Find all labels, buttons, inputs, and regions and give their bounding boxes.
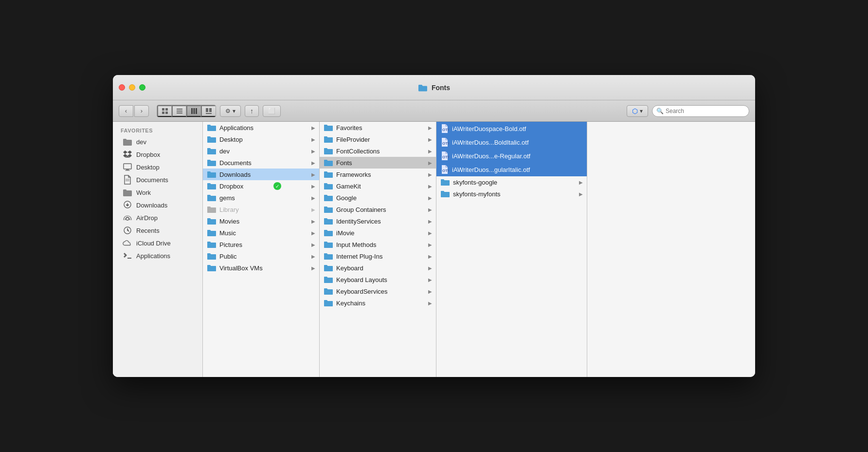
col1-item-label: Desktop <box>219 136 243 143</box>
chevron-icon: ▶ <box>579 180 583 185</box>
folder-icon <box>207 135 217 143</box>
col2-fileprovider[interactable]: FileProvider ▶ <box>320 133 436 145</box>
col2-imovie[interactable]: iMovie ▶ <box>320 227 436 239</box>
folder-icon <box>324 194 333 202</box>
col3-iawriter-bolditalic[interactable]: OTF iAWriterDuos...BoldItalic.otf <box>436 135 587 149</box>
col1-item-label: gems <box>219 194 235 202</box>
chevron-icon: ▶ <box>428 301 432 306</box>
column-view-button[interactable] <box>186 105 201 117</box>
col2-frameworks[interactable]: Frameworks ▶ <box>320 169 436 180</box>
col2-fontcollections[interactable]: FontCollections ▶ <box>320 145 436 157</box>
col3-iawriter-bold[interactable]: OTF iAWriterDuospace-Bold.otf <box>436 122 587 135</box>
col2-keychains[interactable]: Keychains ▶ <box>320 297 436 309</box>
view-options-button[interactable]: ⚙ ▾ <box>220 105 241 117</box>
col1-gems[interactable]: gems ▶ <box>203 192 319 204</box>
share-button[interactable]: ↑ <box>245 105 259 117</box>
sidebar-item-desktop[interactable]: Desktop <box>115 161 200 173</box>
folder-icon <box>440 178 450 186</box>
svg-rect-5 <box>177 111 182 112</box>
gallery-view-button[interactable] <box>201 105 216 117</box>
sidebar-item-airdrop[interactable]: AirDrop <box>115 211 200 224</box>
col2-groupcontainers[interactable]: Group Containers ▶ <box>320 204 436 215</box>
col2-favorites[interactable]: Favorites ▶ <box>320 122 436 133</box>
chevron-icon: ▶ <box>428 230 432 236</box>
column-2: Favorites ▶ FileProvider ▶ FontCollectio… <box>320 122 436 377</box>
col3-item-label: iAWriterDuos...e-Regular.otf <box>452 152 530 160</box>
chevron-icon: ▶ <box>579 191 583 197</box>
col1-virtualbox[interactable]: VirtualBox VMs ▶ <box>203 262 319 274</box>
back-button[interactable]: ‹ <box>119 105 133 117</box>
svg-text:OTF: OTF <box>442 169 449 173</box>
list-view-button[interactable] <box>172 105 186 117</box>
sidebar-item-label: AirDrop <box>136 214 158 222</box>
col2-fonts[interactable]: Fonts ▶ <box>320 157 436 169</box>
chevron-icon: ▶ <box>428 265 432 271</box>
downloads-sidebar-icon <box>123 200 132 210</box>
sidebar-item-recents[interactable]: Recents <box>115 224 200 237</box>
col2-item-label: FileProvider <box>336 136 370 143</box>
col2-gamekit[interactable]: GameKit ▶ <box>320 180 436 192</box>
col2-item-label: FontCollections <box>336 148 380 155</box>
sidebar-item-documents[interactable]: Documents <box>115 173 200 186</box>
col1-music[interactable]: Music ▶ <box>203 227 319 239</box>
maximize-button[interactable] <box>139 84 145 91</box>
dropbox-button[interactable]: ⬡ ▾ <box>627 105 648 117</box>
sidebar-item-applications[interactable]: Applications <box>115 249 200 262</box>
col2-google[interactable]: Google ▶ <box>320 192 436 204</box>
col1-dropbox[interactable]: Dropbox ✓ ▶ <box>203 180 319 192</box>
chevron-icon: ▶ <box>428 184 432 189</box>
svg-rect-7 <box>191 108 193 114</box>
column-1: Applications ▶ Desktop ▶ dev ▶ Documents… <box>203 122 320 377</box>
col2-item-label: Internet Plug-Ins <box>336 253 382 260</box>
col2-item-label: Frameworks <box>336 171 371 178</box>
col1-dev[interactable]: dev ▶ <box>203 145 319 157</box>
col3-iawriter-regular[interactable]: OTF iAWriterDuos...e-Regular.otf <box>436 149 587 163</box>
col1-applications[interactable]: Applications ▶ <box>203 122 319 133</box>
col3-skyfonts-google[interactable]: skyfonts-google ▶ <box>436 176 587 188</box>
tag-button[interactable]: ⬜ <box>263 105 281 117</box>
col2-keyboardservices[interactable]: KeyboardServices ▶ <box>320 285 436 297</box>
sidebar-item-icloud[interactable]: iCloud Drive <box>115 237 200 249</box>
svg-rect-12 <box>206 113 212 114</box>
col2-keyboardlayouts[interactable]: Keyboard Layouts ▶ <box>320 274 436 285</box>
search-input[interactable] <box>666 108 745 114</box>
svg-rect-0 <box>162 108 164 111</box>
sidebar-item-dropbox[interactable]: Dropbox <box>115 148 200 161</box>
sidebar-item-work[interactable]: Work <box>115 186 200 199</box>
col1-library[interactable]: Library ▶ <box>203 204 319 215</box>
sidebar-item-downloads[interactable]: Downloads <box>115 199 200 211</box>
minimize-button[interactable] <box>129 84 135 91</box>
col2-identityservices[interactable]: IdentityServices ▶ <box>320 215 436 227</box>
col2-item-label: GameKit <box>336 183 361 190</box>
folder-icon <box>324 159 333 167</box>
sidebar-item-label: Work <box>136 189 151 196</box>
close-button[interactable] <box>119 84 125 91</box>
col1-downloads[interactable]: Downloads ▶ <box>203 169 319 180</box>
folder-icon <box>440 190 450 198</box>
chevron-icon: ▶ <box>428 242 432 247</box>
col2-inputmethods[interactable]: Input Methods ▶ <box>320 239 436 250</box>
col2-internetplugins[interactable]: Internet Plug-Ins ▶ <box>320 250 436 262</box>
svg-rect-13 <box>124 164 131 169</box>
search-icon: 🔍 <box>656 108 664 114</box>
col1-desktop[interactable]: Desktop ▶ <box>203 133 319 145</box>
folder-icon <box>207 159 217 167</box>
forward-button[interactable]: › <box>134 105 149 117</box>
icon-view-button[interactable] <box>157 105 172 117</box>
col2-item-label: KeyboardServices <box>336 288 388 295</box>
col2-keyboard[interactable]: Keyboard ▶ <box>320 262 436 274</box>
col1-pictures[interactable]: Pictures ▶ <box>203 239 319 250</box>
chevron-icon: ▶ <box>311 254 315 259</box>
folder-icon <box>324 241 333 248</box>
folder-icon <box>324 264 333 272</box>
col1-documents[interactable]: Documents ▶ <box>203 157 319 169</box>
col1-public[interactable]: Public ▶ <box>203 250 319 262</box>
window-title: Fonts <box>432 84 450 92</box>
col1-movies[interactable]: Movies ▶ <box>203 215 319 227</box>
recents-sidebar-icon <box>123 226 132 235</box>
chevron-icon: ▶ <box>311 160 315 166</box>
col3-skyfonts-myfonts[interactable]: skyfonts-myfonts ▶ <box>436 188 587 200</box>
sidebar-item-dev[interactable]: dev <box>115 135 200 148</box>
search-box[interactable]: 🔍 <box>652 105 749 117</box>
col3-iawriter-regularitalic[interactable]: OTF iAWriterDuos...gularItalic.otf <box>436 163 587 176</box>
